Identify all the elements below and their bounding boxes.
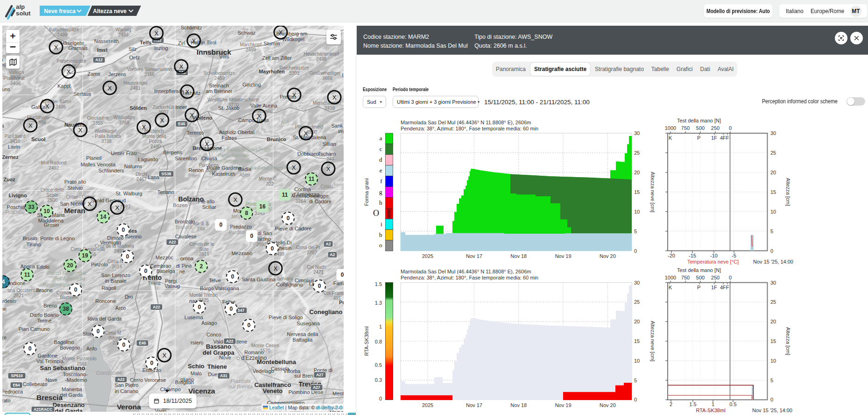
svg-text:dell'Adamello: dell'Adamello: [53, 276, 85, 281]
svg-text:3666: 3666: [322, 76, 333, 81]
svg-text:30: 30: [634, 130, 640, 136]
svg-text:Col Nudo: Col Nudo: [307, 265, 326, 270]
svg-text:20: 20: [770, 170, 776, 175]
svg-text:Battaglia: Battaglia: [293, 337, 313, 343]
svg-text:Nervesa della: Nervesa della: [287, 331, 318, 337]
svg-text:2616: 2616: [199, 251, 210, 257]
svg-text:Farra: Farra: [333, 280, 344, 286]
svg-text:A22: A22: [169, 240, 176, 244]
svg-text:Ginzling: Ginzling: [242, 82, 261, 87]
svg-text:Schärnitz: Schärnitz: [181, 26, 202, 30]
svg-text:San Nicolò: San Nicolò: [60, 201, 85, 207]
svg-text:Sank: Sank: [331, 123, 343, 129]
svg-text:Cima N: Cima N: [107, 259, 123, 264]
svg-text:Sciliar: Sciliar: [202, 204, 216, 210]
svg-text:Grosio: Grosio: [44, 222, 59, 228]
svg-text:Sillian: Sillian: [322, 141, 336, 147]
svg-text:Luwin: Luwin: [10, 199, 22, 204]
svg-text:Thiene: Thiene: [207, 363, 227, 370]
svg-text:Nov 19: Nov 19: [555, 402, 572, 408]
svg-text:h: h: [379, 199, 382, 206]
svg-text:hruns: hruns: [2, 86, 10, 92]
svg-text:0: 0: [770, 397, 773, 402]
svg-text:A31: A31: [220, 373, 227, 378]
svg-text:Steinach: Steinach: [209, 83, 229, 88]
svg-text:Weißkugel: Weißkugel: [94, 129, 116, 134]
svg-text:A21RACC: A21RACC: [34, 407, 52, 412]
svg-text:Tscharn: Tscharn: [318, 151, 336, 157]
svg-text:Innerpflersch: Innerpflersch: [154, 88, 184, 94]
svg-text:Ponte di Legno: Ponte di Legno: [40, 236, 75, 241]
svg-text:Nov 20: Nov 20: [600, 253, 616, 259]
svg-text:Pedrocca: Pedrocca: [2, 389, 23, 394]
svg-text:Kappl: Kappl: [57, 83, 71, 89]
svg-text:Forma grani: Forma grani: [364, 178, 369, 206]
svg-text:Verona: Verona: [117, 403, 141, 411]
svg-text:-5: -5: [732, 253, 736, 258]
svg-text:I: I: [342, 72, 343, 78]
svg-text:Planeil: Planeil: [86, 155, 101, 161]
svg-text:San Pietro: San Pietro: [114, 382, 138, 388]
svg-text:Großvenediger: Großvenediger: [310, 71, 341, 76]
svg-text:2982: 2982: [256, 242, 267, 247]
svg-text:Iseo: Iseo: [2, 350, 9, 355]
svg-text:Conco: Conco: [206, 332, 221, 337]
svg-text:P: P: [697, 285, 700, 290]
svg-text:Stelvio: Stelvio: [67, 185, 83, 191]
svg-text:Nassereith: Nassereith: [94, 38, 119, 44]
svg-text:A27: A27: [313, 385, 320, 390]
svg-text:2499: 2499: [246, 47, 256, 52]
svg-text:i: i: [381, 221, 382, 228]
svg-text:Collebeato: Collebeato: [23, 381, 48, 387]
svg-text:Tirano: Tirano: [27, 242, 41, 247]
svg-text:Parseierspitze: Parseierspitze: [56, 58, 86, 64]
svg-text:3768: 3768: [119, 120, 130, 125]
svg-text:Monte Cesen: Monte Cesen: [251, 343, 279, 348]
svg-text:3025: 3025: [206, 168, 217, 173]
svg-text:Cima dei Pr: Cima dei Pr: [296, 245, 321, 250]
svg-text:Prato allo: Prato allo: [64, 179, 86, 185]
svg-text:4FF: 4FF: [720, 135, 729, 141]
svg-text:Brunico: Brunico: [267, 136, 286, 142]
svg-text:ondione: ondione: [7, 280, 25, 286]
svg-text:Parco Naturale: Parco Naturale: [218, 153, 249, 158]
svg-text:Asiago: Asiago: [201, 320, 217, 326]
svg-text:Valsug: Valsug: [165, 283, 180, 289]
svg-text:10: 10: [770, 358, 776, 364]
svg-text:1.5: 1.5: [689, 401, 696, 407]
svg-text:Inner: Inner: [175, 104, 187, 110]
svg-text:Balschtespitze: Balschtespitze: [49, 27, 79, 32]
svg-text:Unser Frau: Unser Frau: [111, 150, 136, 156]
svg-text:Stumm: Stumm: [264, 41, 280, 46]
svg-text:d'Ampezzo: d'Ampezzo: [292, 192, 320, 198]
svg-text:Bagolino: Bagolino: [54, 339, 74, 345]
svg-text:Terento: Terento: [187, 130, 204, 136]
svg-text:2025: 2025: [422, 402, 433, 408]
svg-text:Zirl: Zirl: [178, 40, 185, 46]
svg-text:30: 30: [770, 130, 776, 136]
svg-text:Altezza neve [cm]: Altezza neve [cm]: [650, 172, 656, 213]
svg-text:Meran: Meran: [64, 207, 85, 215]
svg-text:Malles Venosta: Malles Venosta: [81, 162, 116, 167]
svg-text:Terlano: Terlano: [157, 189, 174, 195]
svg-text:30: 30: [634, 280, 640, 286]
svg-text:Monte della: Monte della: [142, 134, 166, 139]
svg-text:im: im: [338, 129, 344, 134]
svg-text:Mezzoc: Mezzoc: [155, 255, 173, 260]
svg-text:Sarentino: Sarentino: [175, 156, 197, 161]
svg-text:Meolo: Meolo: [332, 391, 344, 396]
svg-text:A22: A22: [153, 305, 160, 309]
svg-text:Serfaus: Serfaus: [73, 91, 91, 97]
svg-text:Cima M: Cima M: [105, 330, 121, 336]
svg-text:20: 20: [770, 319, 776, 324]
svg-text:Wannig: Wannig: [115, 27, 131, 32]
svg-text:Lana: Lana: [148, 174, 160, 180]
svg-text:Nov 18: Nov 18: [510, 402, 527, 408]
svg-text:Cimon de le: Cimon de le: [189, 242, 214, 247]
svg-text:Valluga: Valluga: [9, 70, 24, 75]
svg-text:Neve fresca: Neve fresca: [44, 8, 76, 14]
svg-text:Zams: Zams: [87, 71, 100, 77]
svg-text:NP: NP: [281, 120, 289, 125]
svg-text:Col Framo: Col Framo: [324, 291, 344, 296]
svg-text:Nov 19: Nov 19: [555, 253, 572, 259]
